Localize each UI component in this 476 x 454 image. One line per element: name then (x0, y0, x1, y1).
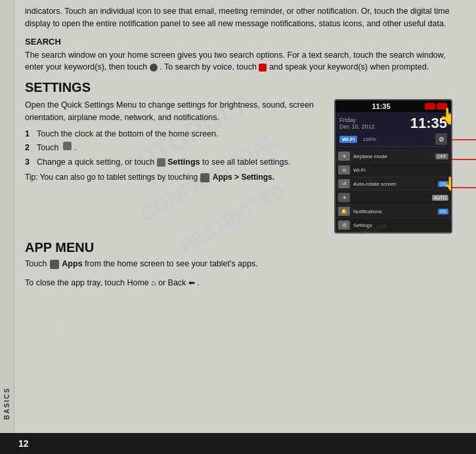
back-icon: ⬅ (188, 277, 195, 289)
search-text-mid: . To search by voice, touch (160, 62, 257, 72)
phone-date-row: Friday Dec 10, 2012. 11:35 (339, 115, 447, 132)
wifi-label: Wi-Fi (353, 167, 448, 173)
touch-hand-top: 👆 (439, 107, 452, 125)
phone-date-block: Friday Dec 10, 2012. (339, 117, 376, 130)
settings-intro: Open the Quick Settings Menu to change s… (25, 99, 328, 124)
gear-icon-2 (157, 158, 165, 167)
search-text-end: and speak your keyword(s) when prompted. (269, 62, 429, 72)
phone-main-area: Friday Dec 10, 2012. 11:35 Wi-Fi 100% ⚙ (335, 112, 451, 232)
page-number: 12 (18, 438, 29, 449)
touch-hand-mid: 👆 (443, 176, 452, 193)
apps-icon (200, 173, 209, 182)
settings-menu-icon: ⚙ (338, 220, 350, 230)
phone-status-bar: 11:35 (335, 100, 451, 112)
battery-text: 100% (362, 136, 376, 142)
step-3-num: 3 (25, 156, 34, 169)
settings-item-brightness: ☀ AUTO (335, 191, 451, 205)
settings-item-notifications: 🔔 Notifications ON (335, 205, 451, 218)
phone-date2: Dec 10, 2012. (339, 123, 376, 130)
settings-text-block: Open the Quick Settings Menu to change s… (25, 99, 328, 234)
status-icon-red (425, 103, 435, 110)
app-menu-text2: from the home screen to see your tablet'… (85, 259, 258, 268)
close-tray-text: To close the app tray, touch Home (25, 278, 149, 287)
wifi-icon: ≋ (338, 165, 350, 175)
step-1-num: 1 (25, 128, 34, 140)
phone-wifi-row: Wi-Fi 100% ⚙ (339, 132, 447, 147)
settings-word: Settings (167, 157, 200, 167)
rotate-icon: ↺ (338, 179, 350, 188)
settings-item-rotate: ↺ Auto-rotate screen ON (335, 177, 451, 191)
settings-icon-btn[interactable]: ⚙ (435, 133, 447, 145)
search-heading: SEARCH (25, 37, 465, 47)
phone-screen: 11:35 Friday Dec 10, 2012. (334, 99, 452, 234)
app-touch-text: Touch (25, 259, 47, 268)
notif-icon: 🔔 (338, 207, 350, 216)
brightness-icon: ☀ (338, 193, 350, 202)
app-menu-text-1: Touch Apps from the home screen to see y… (25, 258, 465, 270)
wifi-badge: Wi-Fi (339, 136, 357, 143)
airplane-label: Airplane mode (353, 154, 435, 159)
step-2-num: 2 (25, 142, 34, 154)
settings-menu-list: ✈ Airplane mode OFF ≋ Wi-Fi ↺ (335, 150, 451, 232)
search-icon (150, 64, 158, 72)
step-2-period: . (74, 142, 76, 154)
step-2-text: Touch (37, 142, 58, 154)
voice-icon (259, 64, 267, 72)
step-1-text: Touch the clock at the bottom of the hom… (37, 128, 219, 140)
phone-clock-area: Friday Dec 10, 2012. 11:35 Wi-Fi 100% ⚙ (335, 112, 451, 150)
settings-item-wifi: ≋ Wi-Fi (335, 163, 451, 177)
home-icon: ⌂ (151, 277, 156, 289)
or-word: or Back (158, 278, 186, 287)
sidebar: BASICS (0, 0, 14, 433)
airplane-icon: ✈ (338, 152, 350, 161)
rotate-label: Auto-rotate screen (353, 181, 438, 187)
airplane-toggle[interactable]: OFF (435, 154, 448, 159)
screenshot-panel: 11:35 Friday Dec 10, 2012. (334, 99, 465, 234)
search-text: The search window on your home screen gi… (25, 49, 465, 74)
app-menu-section: APP MENU Touch Apps from the home screen… (25, 240, 465, 289)
sidebar-label: BASICS (3, 387, 11, 420)
bottom-bar: 12 (0, 433, 476, 454)
notif-label: Notifications (353, 209, 438, 215)
tip-text: Tip: You can also go to tablet settings … (25, 173, 198, 182)
settings-step-3: 3 Change a quick setting, or touch Setti… (25, 156, 328, 169)
settings-step-1: 1 Touch the clock at the bottom of the h… (25, 128, 328, 140)
status-time: 11:35 (339, 102, 423, 110)
settings-item-airplane: ✈ Airplane mode OFF (335, 150, 451, 163)
settings-steps: 1 Touch the clock at the bottom of the h… (25, 128, 328, 169)
auto-badge: AUTO (432, 195, 448, 201)
phone-date: Friday (339, 117, 376, 123)
content-wrapper: indicators. Touch an individual icon to … (25, 5, 465, 289)
app-menu-text-close: To close the app tray, touch Home ⌂ or B… (25, 277, 465, 289)
settings-tip: Tip: You can also go to tablet settings … (25, 171, 328, 183)
settings-step-2: 2 Touch . (25, 142, 328, 154)
settings-heading: SETTINGS (25, 80, 465, 95)
period: . (197, 278, 199, 287)
top-paragraph: indicators. Touch an individual icon to … (25, 5, 465, 30)
main-content: indicators. Touch an individual icon to … (14, 0, 476, 433)
app-menu-heading: APP MENU (25, 240, 465, 255)
tip-path: Apps > Settings. (213, 173, 274, 182)
apps-menu-icon (50, 260, 59, 269)
callout-svg: Connect Wi-Fi. Change quick settings. Ch… (451, 99, 476, 230)
settings-area: Open the Quick Settings Menu to change s… (25, 99, 465, 234)
gear-icon (63, 142, 72, 150)
settings-item-settings: ⚙ Settings (335, 218, 451, 232)
step-3-text: Change a quick setting, or touch Setting… (37, 156, 290, 169)
notif-toggle[interactable]: ON (438, 209, 449, 215)
apps-word: Apps (62, 259, 82, 268)
